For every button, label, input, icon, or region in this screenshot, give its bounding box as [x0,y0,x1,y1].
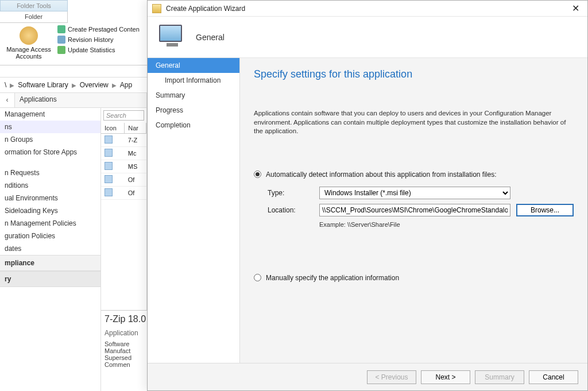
ribbon: Manage Access Accounts Create Prestaged … [0,23,147,65]
ribbon-tab-folder[interactable]: Folder [0,11,68,23]
left-nav: Management ns n Groups ormation for Stor… [0,108,101,391]
nav-item[interactable]: ns [0,121,100,133]
browse-button[interactable]: Browse... [516,204,574,216]
app-icon [105,162,113,170]
nav-item[interactable]: guration Policies [0,230,100,242]
location-label: Location: [268,206,314,214]
step-import-information[interactable]: Import Information [148,73,239,88]
type-select[interactable]: Windows Installer (*.msi file) [319,187,510,199]
revision-history-button[interactable]: Revision History [57,36,140,44]
breadcrumb[interactable]: \▶ Software Library▶ Overview▶ App [0,77,147,93]
wizard-step-header: General [196,33,225,42]
wizard-steps: General Import Information Summary Progr… [148,58,239,363]
radio-manual-specify[interactable]: Manually specify the application informa… [254,274,574,282]
nav-item[interactable]: dates [0,242,100,255]
col-name[interactable]: Nar [125,123,146,134]
nav-item[interactable]: Sideloading Keys [0,204,100,217]
manage-access-accounts-button[interactable]: Manage Access Accounts [3,25,54,63]
step-progress[interactable]: Progress [148,103,239,118]
step-completion[interactable]: Completion [148,118,239,133]
nav-item[interactable]: n Requests [0,167,100,179]
create-application-wizard: Create Application Wizard ✕ General Gene… [147,0,588,391]
next-button[interactable]: Next > [421,370,470,384]
location-example: Example: \\Server\Share\File [319,221,574,228]
wizard-title: Create Application Wizard [166,5,564,13]
nav-item[interactable]: ual Environments [0,192,100,204]
type-label: Type: [268,189,314,197]
page-description: Applications contain software that you c… [254,109,574,136]
app-icon [105,175,113,183]
ribbon-tab-folder-tools[interactable]: Folder Tools [0,0,68,11]
app-icon [105,188,113,196]
table-row[interactable]: 7-Z [101,134,146,147]
summary-button: Summary [475,370,524,384]
close-button[interactable]: ✕ [568,3,583,14]
create-prestaged-content-button[interactable]: Create Prestaged Conten [57,25,140,33]
detail-subtitle: Application [105,329,144,337]
radio-auto-detect[interactable]: Automatically detect information about t… [254,171,574,179]
nav-item[interactable]: n Management Policies [0,217,100,230]
app-icon [105,149,113,157]
table-row[interactable]: Of [101,173,146,187]
cancel-button[interactable]: Cancel [529,370,578,384]
radio-icon [254,274,261,281]
detail-title: 7-Zip 18.0 [105,314,144,324]
history-icon [57,36,65,44]
nav-section-library[interactable]: ry [0,271,100,287]
package-icon [57,25,65,33]
table-row[interactable]: Of [101,187,146,200]
update-statistics-button[interactable]: Update Statistics [57,46,140,54]
applications-header: Applications [15,93,147,107]
radio-icon [254,171,261,178]
stats-icon [57,46,65,54]
col-icon[interactable]: Icon [101,123,125,134]
step-general[interactable]: General [148,58,239,73]
table-row[interactable]: MS [101,160,146,173]
previous-button: < Previous [367,370,416,384]
step-summary[interactable]: Summary [148,88,239,103]
nav-item[interactable]: n Groups [0,133,100,146]
collapse-nav-button[interactable]: ‹ [0,93,15,107]
computer-icon [159,25,185,50]
nav-item[interactable]: nditions [0,179,100,192]
nav-item[interactable]: ormation for Store Apps [0,146,100,158]
nav-section-compliance[interactable]: mpliance [0,255,100,271]
location-input[interactable] [319,204,510,216]
wizard-icon [152,4,161,13]
user-key-icon [20,26,38,45]
application-detail: 7-Zip 18.0 Application Software Manufact… [101,310,147,391]
table-row[interactable]: Mc [101,147,146,160]
app-icon [105,136,113,144]
search-input[interactable]: Search [103,110,144,121]
page-heading: Specify settings for this application [254,68,574,80]
nav-item[interactable]: Management [0,108,100,121]
